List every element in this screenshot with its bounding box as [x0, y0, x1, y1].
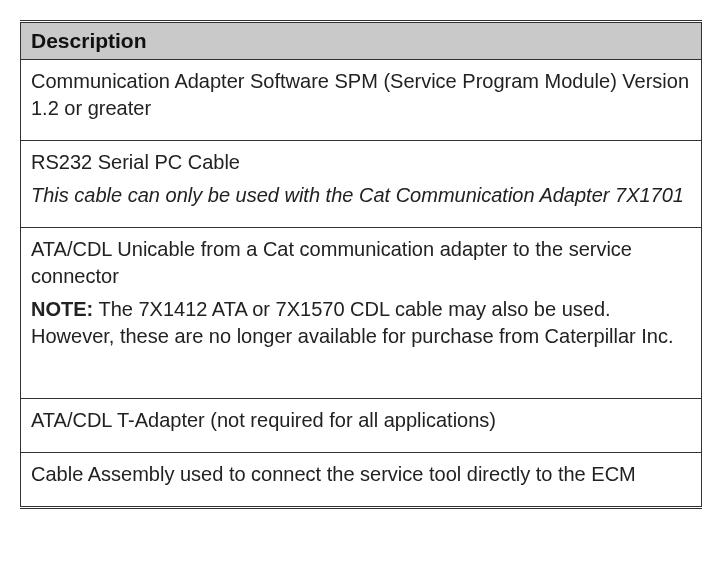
table-header: Description [21, 22, 702, 60]
row-note: NOTE: The 7X1412 ATA or 7X1570 CDL cable… [31, 296, 691, 350]
table-row: Cable Assembly used to connect the servi… [21, 453, 702, 508]
row-text: Cable Assembly used to connect the servi… [31, 461, 691, 488]
table-row: ATA/CDL Unicable from a Cat communicatio… [21, 228, 702, 399]
row-text: Communication Adapter Software SPM (Serv… [31, 68, 691, 122]
row-line2: This cable can only be used with the Cat… [31, 182, 691, 209]
note-text: The 7X1412 ATA or 7X1570 CDL cable may a… [31, 298, 674, 347]
table-row: RS232 Serial PC Cable This cable can onl… [21, 141, 702, 228]
table-row: Communication Adapter Software SPM (Serv… [21, 60, 702, 141]
row-line1: ATA/CDL Unicable from a Cat communicatio… [31, 236, 691, 290]
table-row: ATA/CDL T-Adapter (not required for all … [21, 399, 702, 453]
note-label: NOTE: [31, 298, 93, 320]
row-text: ATA/CDL T-Adapter (not required for all … [31, 407, 691, 434]
description-table: Description Communication Adapter Softwa… [20, 20, 702, 509]
row-line1: RS232 Serial PC Cable [31, 149, 691, 176]
